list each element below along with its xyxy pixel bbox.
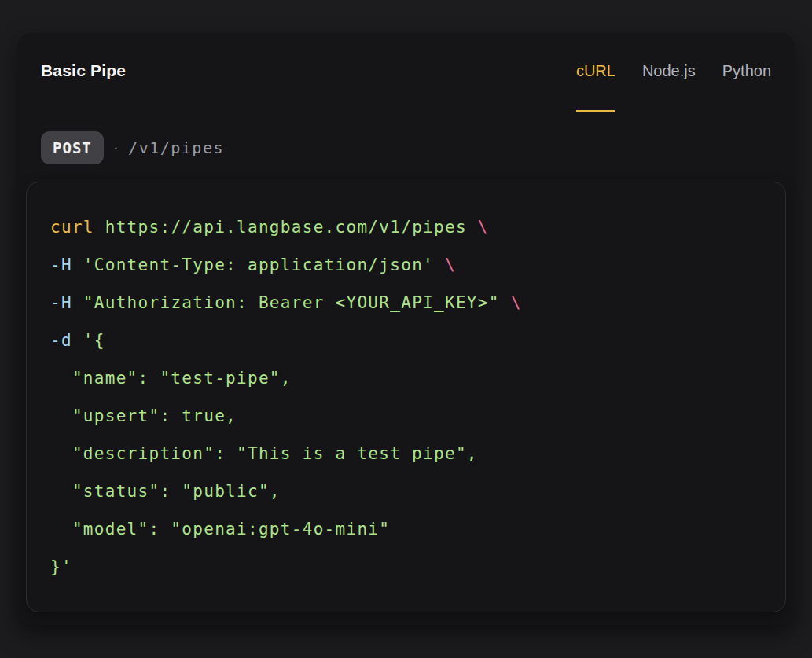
code-token: https://api.langbase.com/v1/pipes [94,218,478,237]
code-line: }' [50,548,762,586]
code-token: }' [50,557,72,576]
code-token: -H [50,255,72,274]
code-token: \ [445,255,456,274]
code-line: curl https://api.langbase.com/v1/pipes \ [50,208,762,246]
tab-nodejs[interactable]: Node.js [642,60,696,112]
code-token: 'Content-Type: application/json' [72,255,445,274]
code-token: "name": "test-pipe", [50,369,292,388]
card-header: Basic Pipe cURLNode.jsPython [17,33,795,112]
code-block: curl https://api.langbase.com/v1/pipes \… [26,182,786,612]
code-line: "status": "public", [50,472,762,510]
code-token: curl [50,218,94,237]
tab-python[interactable]: Python [722,60,771,112]
code-line: -H "Authorization: Bearer <YOUR_API_KEY>… [50,284,762,322]
code-token: "status": "public", [50,482,281,501]
code-token: \ [478,218,489,237]
code-token: \ [511,293,522,312]
code-token: "upsert": true, [50,406,237,425]
page-title: Basic Pipe [41,60,126,82]
code-line: "model": "openai:gpt-4o-mini" [50,510,762,548]
code-line: "upsert": true, [50,397,762,435]
code-token: -H [50,293,72,312]
separator-dot: · [113,138,119,158]
tab-curl[interactable]: cURL [576,60,615,112]
code-line: -d '{ [50,322,762,359]
code-token: -d [50,331,72,350]
code-token: '{ [72,331,105,350]
code-token: "model": "openai:gpt-4o-mini" [50,520,390,539]
code-token: "description": "This is a test pipe", [50,444,478,463]
code-example-card: Basic Pipe cURLNode.jsPython POST · /v1/… [17,33,795,625]
http-method-badge: POST [41,131,104,164]
endpoint-row: POST · /v1/pipes [17,131,795,164]
code-line: "name": "test-pipe", [50,359,762,397]
language-tabs: cURLNode.jsPython [576,60,771,112]
code-token: "Authorization: Bearer <YOUR_API_KEY>" [72,293,511,312]
code-line: -H 'Content-Type: application/json' \ [50,246,762,284]
endpoint-path: /v1/pipes [128,138,224,157]
code-line: "description": "This is a test pipe", [50,435,762,472]
